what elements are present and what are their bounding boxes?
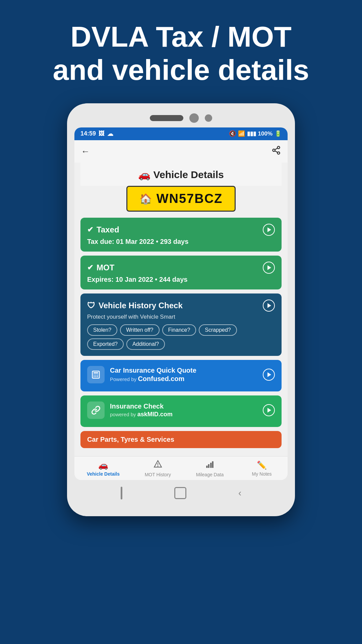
taxed-card-title: ✔ Taxed [87, 225, 119, 234]
phone-nav-home [174, 487, 186, 499]
svg-rect-8 [95, 375, 97, 375]
svg-rect-12 [97, 376, 99, 377]
page-header: DVLA Tax / MOT and vehicle details [26, 0, 336, 103]
nav-mileage-label: Mileage Data [196, 472, 224, 477]
badge-finance[interactable]: Finance? [162, 324, 196, 336]
taxed-check-icon: ✔ [87, 225, 93, 234]
badge-additional[interactable]: Additional? [126, 338, 165, 350]
insurance-quote-arrow-button[interactable] [263, 369, 275, 381]
svg-rect-9 [97, 375, 99, 375]
badge-stolen[interactable]: Stolen? [87, 324, 117, 336]
nav-mot-label: MOT History [145, 472, 171, 477]
svg-line-3 [275, 151, 278, 153]
nav-mot-history[interactable]: MOT History [144, 460, 171, 477]
app-bar: ← [74, 140, 288, 163]
nav-vehicle-icon: 🚗 [98, 461, 108, 470]
badge-scrapped[interactable]: Scrapped? [199, 324, 237, 336]
insurance-check-text: Insurance Check powered by askMID.com [110, 402, 173, 418]
mot-card-header: ✔ MOT [87, 262, 275, 274]
status-left: 14:59 🖼 ☁ [80, 130, 113, 138]
svg-line-4 [275, 148, 278, 150]
insurance-quote-text: Car Insurance Quick Quote Powered by Con… [110, 367, 196, 383]
svg-point-2 [278, 152, 280, 154]
bottom-nav: 🚗 Vehicle Details MOT History [74, 456, 288, 480]
phone-bottom-controls: ‹ [74, 480, 288, 503]
taxed-card-header: ✔ Taxed [87, 224, 275, 236]
mot-check-icon: ✔ [87, 263, 93, 272]
status-wifi-icon: 📶 [238, 130, 245, 137]
nav-vehicle-details[interactable]: 🚗 Vehicle Details [87, 461, 120, 477]
nav-notes-icon: ✏️ [257, 461, 267, 470]
insurance-quote-card[interactable]: Car Insurance Quick Quote Powered by Con… [80, 360, 282, 391]
insurance-check-header: Insurance Check powered by askMID.com [87, 401, 275, 419]
phone-frame: 14:59 🖼 ☁ 🔇 📶 ▮▮▮ 100% 🔋 ← [67, 103, 295, 516]
mot-arrow-button[interactable] [263, 262, 275, 274]
taxed-arrow-button[interactable] [263, 224, 275, 236]
svg-point-15 [158, 466, 158, 466]
phone-notch [74, 113, 288, 123]
history-check-arrow-button[interactable] [263, 300, 275, 312]
phone-nav-recent: ‹ [238, 488, 241, 498]
car-parts-card[interactable]: Car Parts, Tyres & Services [80, 431, 282, 448]
insurance-quote-inner: Car Insurance Quick Quote Powered by Con… [87, 366, 196, 383]
svg-rect-11 [95, 376, 97, 377]
history-check-card[interactable]: 🛡 Vehicle History Check Protect yourself… [80, 293, 282, 356]
insurance-quote-header: Car Insurance Quick Quote Powered by Con… [87, 366, 275, 383]
nav-notes[interactable]: ✏️ My Notes [248, 461, 275, 477]
svg-rect-10 [94, 376, 95, 377]
status-gallery-icon: 🖼 [99, 130, 105, 137]
mot-subtitle: Expires: 10 Jan 2022 • 244 days [87, 276, 275, 283]
taxed-subtitle: Tax due: 01 Mar 2022 • 293 days [87, 238, 275, 246]
badge-written-off[interactable]: Written off? [120, 324, 159, 336]
badge-exported[interactable]: Exported? [87, 338, 124, 350]
page-title: 🚗 Vehicle Details [80, 169, 282, 180]
header-title: DVLA Tax / MOT and vehicle details [53, 20, 309, 87]
phone-speaker [150, 115, 183, 121]
svg-rect-17 [208, 464, 209, 468]
insurance-check-card[interactable]: Insurance Check powered by askMID.com [80, 395, 282, 427]
page-title-section: 🚗 Vehicle Details [80, 163, 282, 186]
svg-rect-19 [212, 461, 213, 468]
insurance-check-powered: powered by askMID.com [110, 411, 173, 418]
phone-screen: 14:59 🖼 ☁ 🔇 📶 ▮▮▮ 100% 🔋 ← [74, 127, 288, 480]
phone-sensor [205, 114, 212, 122]
status-bar: 14:59 🖼 ☁ 🔇 📶 ▮▮▮ 100% 🔋 [74, 127, 288, 140]
history-check-badges: Stolen? Written off? Finance? Scrapped? … [87, 324, 275, 350]
svg-rect-18 [210, 463, 212, 468]
history-check-title: 🛡 Vehicle History Check [87, 301, 183, 310]
nav-vehicle-label: Vehicle Details [87, 471, 120, 477]
insurance-quote-title: Car Insurance Quick Quote [110, 367, 196, 374]
insurance-check-arrow-button[interactable] [263, 404, 275, 416]
status-cloud-icon: ☁ [107, 130, 113, 138]
insurance-calculator-icon [87, 366, 105, 383]
license-plate: 🏠 WN57BCZ [126, 186, 236, 212]
taxed-card[interactable]: ✔ Taxed Tax due: 01 Mar 2022 • 293 days [80, 218, 282, 252]
back-button[interactable]: ← [81, 146, 90, 157]
history-check-header: 🛡 Vehicle History Check [87, 300, 275, 312]
insurance-check-title: Insurance Check [110, 402, 173, 410]
phone-camera [189, 113, 199, 123]
app-content: 🚗 Vehicle Details 🏠 WN57BCZ ✔ Taxed [74, 163, 288, 456]
share-button[interactable] [272, 146, 281, 157]
phone-nav-back [121, 487, 122, 499]
status-right: 🔇 📶 ▮▮▮ 100% 🔋 [229, 130, 282, 137]
svg-rect-6 [94, 372, 98, 374]
license-plate-garage-icon: 🏠 [139, 193, 152, 205]
insurance-check-inner: Insurance Check powered by askMID.com [87, 401, 173, 419]
svg-rect-16 [206, 466, 207, 468]
nav-notes-label: My Notes [252, 471, 272, 477]
mot-card[interactable]: ✔ MOT Expires: 10 Jan 2022 • 244 days [80, 256, 282, 289]
svg-point-0 [278, 146, 280, 149]
nav-mileage[interactable]: Mileage Data [196, 460, 224, 477]
insurance-quote-powered: Powered by Confused.com [110, 375, 196, 383]
status-mute-icon: 🔇 [229, 130, 236, 137]
car-parts-title: Car Parts, Tyres & Services [87, 436, 275, 443]
status-time: 14:59 [80, 130, 96, 137]
history-check-desc: Protect yourself with Vehicle Smart [87, 314, 275, 320]
svg-point-1 [273, 149, 275, 151]
shield-check-icon: 🛡 [87, 301, 95, 310]
battery-icon: 🔋 [275, 130, 282, 137]
svg-rect-7 [94, 375, 95, 375]
status-battery: 100% [258, 130, 273, 137]
insurance-link-icon [87, 401, 105, 419]
